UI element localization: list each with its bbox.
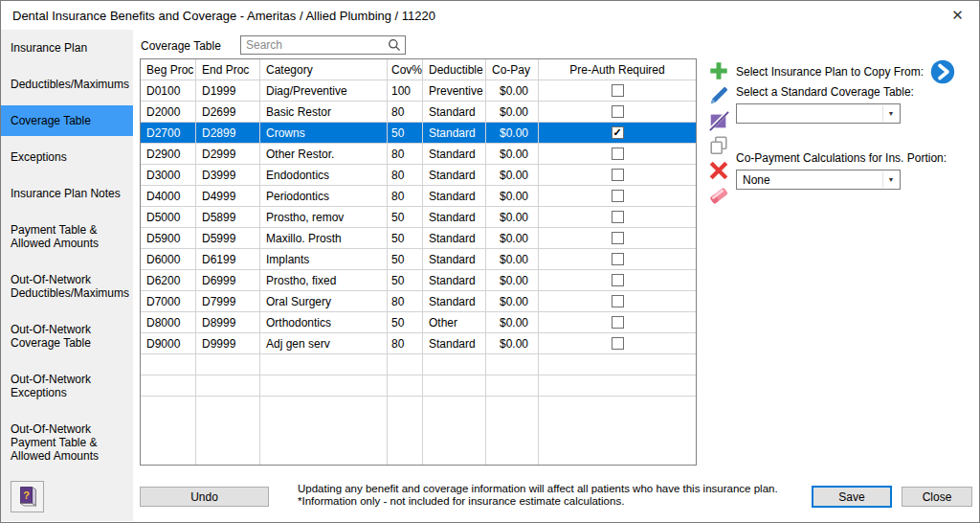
cell-category: Oral Surgery bbox=[260, 291, 388, 312]
clear-table-button[interactable] bbox=[706, 184, 731, 207]
table-row[interactable]: D6200D6999Prostho, fixed50Standard$0.00 bbox=[141, 270, 696, 291]
undo-button[interactable]: Undo bbox=[140, 487, 269, 507]
preauth-checkbox[interactable] bbox=[612, 337, 624, 350]
cell-beg-proc: D2700 bbox=[141, 123, 196, 144]
help-button[interactable]: ? bbox=[11, 481, 44, 512]
window-close-icon[interactable]: ✕ bbox=[936, 1, 979, 30]
table-row-empty bbox=[141, 354, 696, 375]
edit-multiple-button[interactable] bbox=[706, 109, 731, 132]
table-row[interactable]: D2000D2699Basic Restor80Standard$0.00 bbox=[141, 102, 696, 123]
table-row[interactable]: D0100D1999Diag/Preventive100Preventive$0… bbox=[141, 80, 696, 102]
table-row[interactable]: D5900D5999Maxillo. Prosth50Standard$0.00 bbox=[141, 228, 696, 249]
preauth-checkbox[interactable] bbox=[612, 295, 624, 307]
blue-right-arrow-icon bbox=[930, 59, 955, 84]
preauth-checkbox[interactable] bbox=[612, 148, 624, 160]
cell-end-proc: D2899 bbox=[196, 123, 260, 144]
preauth-checkbox[interactable] bbox=[612, 316, 624, 329]
cell-deductible: Standard bbox=[423, 144, 486, 165]
copy-rows-button[interactable] bbox=[706, 134, 731, 157]
coverage-table: Beg ProcEnd ProcCategoryCov%DeductibleCo… bbox=[140, 58, 697, 466]
close-button[interactable]: Close bbox=[902, 487, 972, 507]
cell-beg-proc: D8000 bbox=[141, 312, 196, 333]
cell-category: Prostho, remov bbox=[260, 207, 388, 228]
search-input[interactable] bbox=[240, 35, 406, 55]
sidebar-item-exceptions[interactable]: Exceptions bbox=[1, 142, 133, 172]
sidebar-item-payment-table-allowed-amounts[interactable]: Payment Table & Allowed Amounts bbox=[1, 215, 133, 259]
sidebar-item-out-of-network-coverage-table[interactable]: Out-Of-Network Coverage Table bbox=[1, 314, 133, 358]
preauth-checkbox[interactable] bbox=[612, 84, 624, 97]
cell-end-proc: D6199 bbox=[196, 249, 260, 270]
cell-cov-pct: 50 bbox=[388, 270, 423, 291]
cell-pre-auth bbox=[539, 186, 696, 207]
table-row[interactable]: D7000D7999Oral Surgery80Standard$0.00 bbox=[141, 291, 696, 312]
add-row-button[interactable] bbox=[706, 59, 731, 82]
sidebar-item-insurance-plan-notes[interactable]: Insurance Plan Notes bbox=[1, 178, 133, 209]
preauth-checkbox[interactable] bbox=[612, 105, 624, 118]
cell-pre-auth bbox=[539, 228, 696, 249]
edit-multiple-icon bbox=[708, 110, 729, 131]
table-header-row: Beg ProcEnd ProcCategoryCov%DeductibleCo… bbox=[141, 59, 696, 80]
cell-deductible: Standard bbox=[423, 249, 486, 270]
cell-co-pay: $0.00 bbox=[486, 80, 539, 102]
copy-from-arrow-button[interactable] bbox=[930, 59, 955, 84]
sidebar-item-deductibles-maximums[interactable]: Deductibles/Maximums bbox=[1, 69, 133, 100]
edit-row-button[interactable] bbox=[706, 84, 731, 107]
table-row-empty bbox=[141, 397, 696, 465]
cell-cov-pct: 80 bbox=[388, 186, 423, 207]
preauth-checkbox[interactable] bbox=[612, 274, 624, 286]
preauth-checkbox[interactable] bbox=[612, 232, 624, 244]
cell-end-proc: D9999 bbox=[196, 333, 260, 354]
cell-co-pay: $0.00 bbox=[486, 123, 539, 144]
cell-co-pay: $0.00 bbox=[486, 333, 539, 354]
preauth-checkbox[interactable] bbox=[612, 169, 624, 181]
preauth-checkbox[interactable] bbox=[612, 211, 624, 223]
cell-pre-auth bbox=[539, 165, 696, 186]
column-header: Pre-Auth Required bbox=[539, 59, 696, 80]
cell-pre-auth bbox=[539, 291, 696, 312]
cell-deductible: Standard bbox=[423, 228, 486, 249]
cell-end-proc: D2699 bbox=[196, 102, 260, 123]
table-row[interactable]: D3000D3999Endodontics80Standard$0.00 bbox=[141, 165, 696, 186]
standard-table-dropdown[interactable]: ▼ bbox=[736, 103, 901, 124]
table-row[interactable]: D2900D2999Other Restor.80Standard$0.00 bbox=[141, 144, 696, 165]
preauth-checkbox[interactable] bbox=[612, 190, 624, 202]
cell-end-proc: D5899 bbox=[196, 207, 260, 228]
table-row[interactable]: D4000D4999Periodontics80Standard$0.00 bbox=[141, 186, 696, 207]
cell-co-pay: $0.00 bbox=[486, 186, 539, 207]
cell-category: Periodontics bbox=[260, 186, 388, 207]
cell-beg-proc: D2900 bbox=[141, 144, 196, 165]
copay-calc-dropdown[interactable]: None ▼ bbox=[736, 170, 901, 190]
copay-calc-label: Co-Payment Calculations for Ins. Portion… bbox=[736, 151, 977, 165]
table-row[interactable]: D8000D8999Orthodontics50Other$0.00 bbox=[141, 312, 696, 333]
table-row[interactable]: D5000D5899Prostho, remov50Standard$0.00 bbox=[141, 207, 696, 228]
cell-beg-proc: D0100 bbox=[141, 80, 196, 102]
help-book-icon: ? bbox=[16, 485, 39, 510]
sidebar-item-insurance-plan[interactable]: Insurance Plan bbox=[1, 33, 133, 63]
column-header: Cov% bbox=[388, 59, 423, 80]
preauth-checkbox[interactable] bbox=[612, 126, 624, 139]
cell-end-proc: D3999 bbox=[196, 165, 260, 186]
preauth-checkbox[interactable] bbox=[612, 253, 624, 265]
sidebar-item-coverage-table[interactable]: Coverage Table bbox=[1, 105, 133, 136]
cell-cov-pct: 80 bbox=[388, 102, 423, 123]
svg-text:?: ? bbox=[23, 489, 30, 500]
cell-category: Maxillo. Prosth bbox=[260, 228, 388, 249]
delete-row-button[interactable] bbox=[706, 159, 731, 182]
table-row-empty bbox=[141, 375, 696, 397]
cell-end-proc: D6999 bbox=[196, 270, 260, 291]
sidebar-item-out-of-network-payment-table-allowed-amounts[interactable]: Out-Of-Network Payment Table & Allowed A… bbox=[1, 414, 133, 471]
sidebar-item-out-of-network-exceptions[interactable]: Out-Of-Network Exceptions bbox=[1, 364, 133, 408]
search-box bbox=[240, 35, 406, 55]
table-body: D0100D1999Diag/Preventive100Preventive$0… bbox=[141, 80, 696, 465]
cell-cov-pct: 50 bbox=[388, 312, 423, 333]
save-button[interactable]: Save bbox=[812, 486, 892, 508]
search-icon bbox=[388, 38, 401, 52]
copy-from-label: Select Insurance Plan to Copy From: bbox=[736, 65, 924, 79]
column-header: Beg Proc bbox=[141, 59, 196, 80]
sidebar-item-out-of-network-deductibles-maximums[interactable]: Out-Of-Network Deductibles/Maximums bbox=[1, 264, 133, 308]
cell-end-proc: D4999 bbox=[196, 186, 260, 207]
cell-cov-pct: 100 bbox=[388, 80, 423, 102]
table-row[interactable]: D9000D9999Adj gen serv80Standard$0.00 bbox=[141, 333, 696, 354]
table-row[interactable]: D2700D2899Crowns50Standard$0.00 bbox=[141, 123, 696, 144]
table-row[interactable]: D6000D6199Implants50Standard$0.00 bbox=[141, 249, 696, 270]
